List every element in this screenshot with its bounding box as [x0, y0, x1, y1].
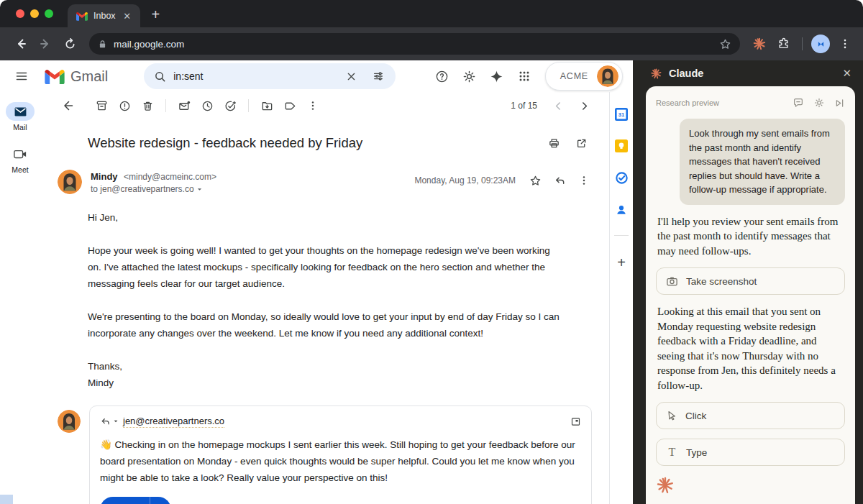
older-button[interactable] [573, 95, 595, 116]
user-avatar[interactable] [597, 65, 618, 87]
claude-response-intro: I'll help you review your sent emails fr… [656, 214, 845, 259]
email-signature: Mindy [88, 375, 566, 391]
snooze-button[interactable] [196, 95, 218, 116]
gmail-app: Gmail in:sent [0, 60, 633, 504]
nav-mail[interactable]: Mail [6, 102, 35, 132]
minimize-window-button[interactable] [30, 9, 39, 18]
claude-extension-icon[interactable] [749, 33, 770, 55]
claude-panel-title: Claude [669, 68, 836, 79]
close-window-button[interactable] [16, 9, 24, 18]
help-me-write-button[interactable] [203, 500, 222, 504]
move-to-button[interactable] [256, 95, 278, 116]
click-action[interactable]: Click [656, 402, 845, 429]
sender-name: Mindy [91, 171, 118, 182]
tab-close-icon[interactable]: ✕ [122, 10, 133, 22]
back-to-inbox-button[interactable] [58, 95, 79, 116]
print-button[interactable] [543, 132, 565, 154]
bookmark-star-icon[interactable] [719, 38, 731, 50]
mark-unread-button[interactable] [173, 95, 195, 116]
reply-button[interactable] [549, 170, 570, 191]
email-body: Hi Jen, Hope your week is going well! I … [40, 195, 609, 391]
insert-link-button[interactable] [243, 500, 262, 504]
get-add-ons-button[interactable]: + [617, 255, 626, 271]
recipient-line[interactable]: to jen@creativepartners.co [91, 184, 216, 195]
confidential-mode-button[interactable] [324, 500, 342, 504]
open-in-new-button[interactable] [570, 132, 592, 154]
report-spam-button[interactable] [114, 95, 135, 116]
search-input[interactable]: in:sent [173, 70, 334, 82]
chrome-menu-icon[interactable] [834, 33, 856, 55]
gmail-logo[interactable]: Gmail [39, 68, 141, 85]
take-screenshot-action[interactable]: Take screenshot [656, 267, 845, 295]
compose-more-button[interactable] [404, 500, 423, 504]
search-box[interactable]: in:sent [144, 63, 396, 89]
zoom-window-button[interactable] [45, 9, 53, 18]
attach-file-button[interactable] [223, 500, 242, 504]
browser-tab-inbox[interactable]: Inbox ✕ [68, 4, 140, 27]
set-up-time-button[interactable] [384, 500, 403, 504]
collapse-panel-icon[interactable] [834, 98, 845, 109]
claude-chat-sheet: Research preview Look through my sent em… [646, 86, 855, 504]
compose-toolbar: Send A [100, 493, 581, 504]
reply-type-icon[interactable] [100, 416, 119, 427]
sender-avatar[interactable] [58, 170, 82, 194]
user-message-bubble: Look through my sent emails from the pas… [680, 119, 845, 205]
reload-button[interactable] [59, 33, 81, 55]
add-to-tasks-button[interactable] [219, 95, 241, 116]
meet-label: Meet [12, 165, 28, 174]
tab-title: Inbox [93, 11, 116, 21]
gmail-side-panel-rail: 31 + [609, 92, 633, 504]
formatting-options-button[interactable]: A [183, 500, 201, 504]
extensions-puzzle-icon[interactable] [773, 33, 795, 55]
gmail-favicon-icon [76, 12, 88, 21]
insert-from-drive-button[interactable] [283, 500, 302, 504]
forward-button[interactable] [35, 33, 56, 55]
keep-icon[interactable] [615, 139, 628, 152]
insert-signature-button[interactable] [344, 500, 362, 504]
send-button[interactable]: Send [100, 497, 171, 504]
browser-toolbar: mail.google.com [0, 27, 863, 60]
address-bar[interactable]: mail.google.com [89, 33, 740, 55]
profile-avatar[interactable] [810, 33, 831, 55]
insert-emoji-button[interactable] [263, 500, 282, 504]
account-switcher[interactable]: ACME [545, 62, 623, 91]
insert-table-button[interactable] [364, 500, 383, 504]
labels-button[interactable] [279, 95, 301, 116]
insert-photo-button[interactable] [303, 500, 322, 504]
claude-panel-header: Claude ✕ [633, 60, 863, 86]
back-button[interactable] [10, 33, 32, 55]
tasks-icon[interactable] [615, 171, 629, 185]
new-tab-button[interactable]: + [140, 6, 160, 27]
mail-icon [6, 102, 35, 121]
archive-button[interactable] [91, 95, 112, 116]
reply-recipient-chip[interactable]: jen@creativepartners.co [123, 416, 224, 428]
reply-draft-text[interactable]: 👋 Checking in on the homepage mockups I … [100, 431, 581, 493]
main-menu-button[interactable] [7, 62, 36, 91]
star-button[interactable] [524, 170, 546, 191]
send-options-dropdown[interactable] [150, 497, 171, 504]
calendar-icon[interactable]: 31 [615, 108, 628, 121]
newer-button[interactable] [547, 95, 569, 116]
claude-side-panel: Claude ✕ Research preview Look through m… [633, 60, 863, 504]
reply-compose-card: jen@creativepartners.co 👋 Checking in on… [89, 406, 592, 504]
help-button[interactable] [430, 64, 455, 88]
gemini-icon[interactable] [485, 64, 509, 88]
scroll-corner [0, 495, 13, 504]
nav-meet[interactable]: Meet [6, 145, 35, 174]
search-filters-icon[interactable] [368, 66, 388, 86]
google-apps-grid-button[interactable] [512, 64, 536, 88]
new-chat-icon[interactable] [793, 97, 804, 109]
claude-close-icon[interactable]: ✕ [842, 67, 851, 80]
email-paragraph-1: Hope your week is going well! I wanted t… [88, 242, 566, 292]
delete-button[interactable] [137, 95, 158, 116]
message-more-button[interactable] [573, 170, 595, 191]
more-options-button[interactable] [302, 95, 324, 116]
discard-draft-button[interactable] [562, 500, 581, 504]
settings-gear-button[interactable] [457, 64, 482, 88]
contacts-icon[interactable] [615, 203, 628, 216]
type-icon: T [666, 446, 678, 459]
popout-compose-icon[interactable] [570, 416, 581, 427]
type-action[interactable]: T Type [656, 439, 845, 466]
claude-settings-icon[interactable] [813, 97, 825, 109]
clear-search-icon[interactable] [341, 66, 361, 86]
